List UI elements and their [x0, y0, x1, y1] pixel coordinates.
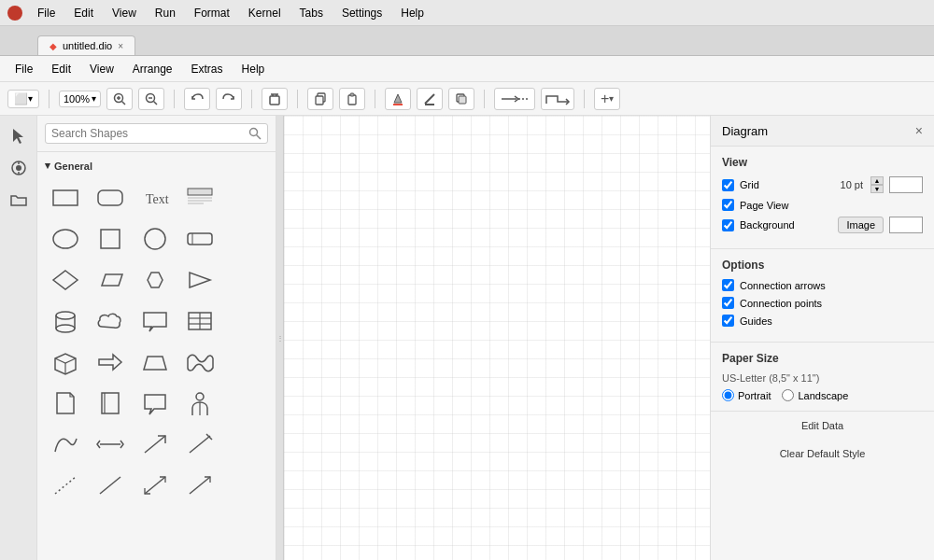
shape-arrow[interactable]: [90, 343, 131, 381]
doc-menu-extras[interactable]: Extras: [184, 61, 231, 77]
sidebar-collapse-handle[interactable]: ⋮: [276, 116, 284, 560]
landscape-radio[interactable]: [782, 389, 794, 401]
shape-bidirectional-arrow[interactable]: [134, 467, 176, 504]
tab-bar: ◆ untitled.dio ×: [0, 26, 934, 56]
svg-rect-19: [459, 96, 466, 104]
paste-button[interactable]: [339, 88, 365, 110]
portrait-option[interactable]: Portrait: [722, 389, 771, 401]
shape-cylinder[interactable]: [45, 302, 86, 340]
shape-trapezoid[interactable]: [134, 343, 176, 381]
connection-arrows-checkbox[interactable]: [722, 279, 734, 291]
doc-menu-view[interactable]: View: [82, 61, 121, 77]
shape-circle[interactable]: [134, 220, 176, 258]
rail-folder-tool[interactable]: [5, 187, 33, 213]
document-tab[interactable]: ◆ untitled.dio ×: [37, 35, 135, 55]
connection-arrows-label: Connection arrows: [740, 280, 923, 291]
shape-page[interactable]: [45, 385, 86, 422]
menu-settings[interactable]: Settings: [334, 5, 389, 21]
shape-double-arrow[interactable]: [90, 426, 131, 463]
menu-run[interactable]: Run: [148, 5, 183, 21]
background-checkbox[interactable]: [722, 219, 734, 231]
background-row: Background Image: [722, 217, 923, 233]
zoom-in-button[interactable]: [106, 88, 133, 110]
background-image-button[interactable]: Image: [838, 217, 884, 233]
waypoint-style-button[interactable]: [541, 88, 574, 110]
zoom-value: 100%: [64, 93, 90, 105]
shape-rounded-rect[interactable]: [90, 179, 131, 217]
edit-data-link[interactable]: Edit Data: [722, 417, 923, 434]
shape-triangle[interactable]: [179, 261, 220, 299]
copy-button[interactable]: [307, 88, 333, 110]
clear-default-style-link[interactable]: Clear Default Style: [722, 445, 923, 462]
undo-button[interactable]: [184, 88, 210, 110]
shape-rrect-outline[interactable]: [179, 220, 220, 258]
menu-tabs[interactable]: Tabs: [292, 5, 331, 21]
canvas-area[interactable]: ↖: [284, 116, 710, 560]
svg-rect-12: [316, 96, 323, 105]
shape-ellipse[interactable]: [45, 220, 86, 258]
menu-edit[interactable]: Edit: [66, 5, 101, 21]
shape-wave[interactable]: [179, 343, 220, 381]
doc-menu-edit[interactable]: Edit: [44, 61, 78, 77]
menu-file[interactable]: File: [30, 5, 63, 21]
shape-cloud[interactable]: [90, 302, 131, 340]
menu-view[interactable]: View: [105, 5, 144, 21]
shape-callout[interactable]: [134, 302, 176, 340]
doc-menu-arrange[interactable]: Arrange: [125, 61, 180, 77]
shape-cube[interactable]: [45, 343, 86, 381]
svg-point-37: [145, 229, 165, 249]
landscape-option[interactable]: Landscape: [782, 389, 848, 401]
menu-format[interactable]: Format: [187, 5, 237, 21]
connection-points-checkbox[interactable]: [722, 297, 734, 309]
grid-decrement[interactable]: ▼: [870, 185, 884, 193]
shape-table[interactable]: [179, 302, 220, 340]
shape-curve[interactable]: [45, 426, 86, 463]
shape-dotted-line[interactable]: [45, 467, 86, 504]
grid-color-swatch[interactable]: [889, 176, 923, 193]
insert-button[interactable]: + ▾: [594, 88, 620, 110]
connection-style-button[interactable]: [494, 88, 535, 110]
panel-close-button[interactable]: ×: [915, 123, 923, 138]
rail-cursor-tool[interactable]: [5, 123, 33, 149]
shape-speech-bubble[interactable]: [134, 385, 176, 422]
shape-person[interactable]: [179, 385, 220, 422]
shape-page-alt[interactable]: [90, 385, 131, 422]
portrait-radio[interactable]: [722, 389, 734, 401]
shadow-button[interactable]: [448, 88, 474, 110]
tab-close-button[interactable]: ×: [118, 41, 123, 51]
shape-heading[interactable]: [179, 179, 220, 217]
shape-diagonal-arrow[interactable]: [134, 426, 176, 463]
shape-text[interactable]: Text: [134, 179, 176, 217]
toolbar-sep-5: [375, 90, 375, 108]
shape-diagonal-line[interactable]: [179, 426, 220, 463]
line-color-button[interactable]: [417, 88, 443, 110]
grid-increment[interactable]: ▲: [870, 176, 884, 185]
shape-hexagon[interactable]: [134, 261, 176, 299]
grid-checkbox[interactable]: [722, 179, 734, 191]
svg-point-35: [53, 230, 78, 248]
menu-help[interactable]: Help: [393, 5, 432, 21]
shape-square[interactable]: [90, 220, 131, 258]
doc-menu-help[interactable]: Help: [234, 61, 273, 77]
search-shapes-input[interactable]: [51, 127, 245, 140]
page-format-select[interactable]: ⬜ ▾: [7, 90, 39, 108]
search-input-wrap: [45, 123, 268, 144]
redo-button[interactable]: [216, 88, 242, 110]
page-view-checkbox[interactable]: [722, 199, 734, 211]
general-section-header[interactable]: ▾ General: [37, 156, 276, 175]
menu-kernel[interactable]: Kernel: [241, 5, 289, 21]
zoom-out-button[interactable]: [138, 88, 164, 110]
rail-color-tool[interactable]: [5, 155, 33, 181]
delete-button[interactable]: [262, 88, 288, 110]
guides-checkbox[interactable]: [722, 315, 734, 327]
shape-parallelogram[interactable]: [90, 261, 131, 299]
zoom-control[interactable]: 100% ▾: [59, 91, 101, 107]
shape-rectangle[interactable]: [45, 179, 86, 217]
shape-line[interactable]: [90, 467, 131, 504]
page-view-label: Page View: [740, 200, 923, 211]
doc-menu-file[interactable]: File: [7, 61, 40, 77]
shape-diamond[interactable]: [45, 261, 86, 299]
fill-color-button[interactable]: [385, 88, 411, 110]
background-color-swatch[interactable]: [889, 217, 923, 233]
shape-directional-arrow[interactable]: [179, 467, 220, 504]
